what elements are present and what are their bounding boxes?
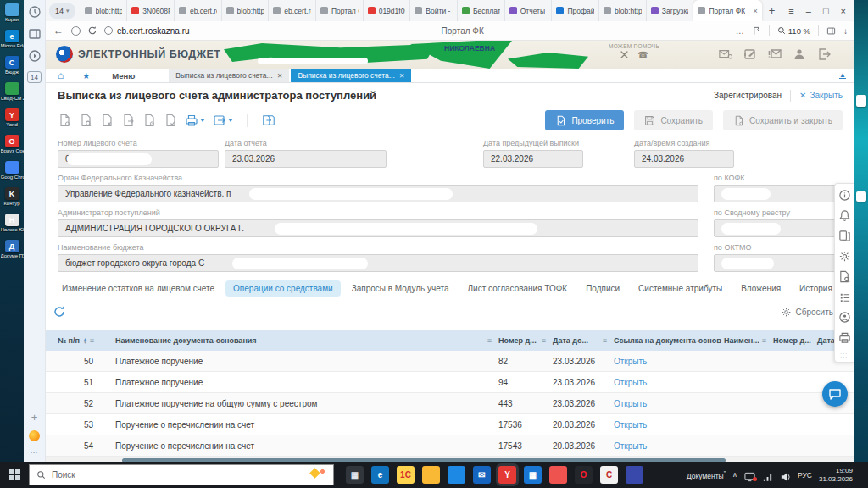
header-action-icon[interactable] bbox=[719, 47, 732, 61]
help-block[interactable]: МОЖЕМ ПОМОЧЬ ☎ bbox=[595, 43, 673, 59]
side-panel-icon[interactable] bbox=[826, 26, 836, 36]
browser-tab[interactable]: Бесплатн bbox=[458, 0, 505, 21]
desktop-shortcut[interactable]: Д Докуме ПУ- bbox=[1, 240, 23, 258]
document-tab-close-icon[interactable]: ✕ bbox=[399, 72, 405, 80]
taskbar-app-icon[interactable]: ▦ bbox=[346, 466, 364, 484]
column-menu-icon[interactable]: ≡ bbox=[760, 336, 766, 345]
refresh-icon[interactable] bbox=[87, 25, 97, 36]
table-row[interactable]: 52 Платежное поручение на общую сумму с … bbox=[46, 393, 854, 414]
browser-tab[interactable]: Портал С bbox=[316, 0, 364, 21]
field-input[interactable]: 22.03.2026 bbox=[483, 150, 583, 168]
desktop-shortcut[interactable]: Н Налого ЮЛ bbox=[1, 214, 23, 232]
column-menu-icon[interactable]: ≡ bbox=[600, 336, 607, 345]
header-action-icon[interactable] bbox=[793, 47, 806, 61]
grid-settings-gear-icon[interactable] bbox=[781, 307, 792, 318]
side-toolbar-icon[interactable] bbox=[838, 209, 851, 222]
side-toolbar-icon[interactable] bbox=[838, 189, 851, 202]
collections-icon[interactable] bbox=[28, 27, 42, 41]
toolbar-icon[interactable] bbox=[213, 114, 226, 127]
side-toolbar-icon[interactable] bbox=[838, 291, 851, 303]
favorites-star-icon[interactable]: ★ bbox=[82, 71, 90, 80]
collapse-header-icon[interactable]: ▲ bbox=[839, 72, 846, 79]
browser-tab[interactable]: 3N0608F bbox=[127, 0, 175, 21]
table-row[interactable]: 53 Поручение о перечислении на счет 1753… bbox=[46, 414, 854, 435]
desktop-shortcut[interactable]: Корзи bbox=[1, 3, 23, 22]
taskbar-app-icon[interactable] bbox=[448, 466, 465, 484]
network-icon[interactable] bbox=[762, 470, 773, 480]
field-input[interactable] bbox=[714, 185, 843, 202]
taskbar-app-icon[interactable]: e bbox=[371, 466, 389, 484]
volume-icon[interactable] bbox=[780, 470, 791, 480]
maximize-button[interactable]: □ bbox=[823, 6, 829, 16]
more-extensions-icon[interactable]: … bbox=[736, 26, 744, 36]
bookmark-icon[interactable] bbox=[752, 26, 761, 36]
field-input[interactable]: бюджет городского округа города С bbox=[58, 254, 698, 272]
check-button[interactable]: Проверить bbox=[545, 110, 624, 130]
browser-tab[interactable]: blob:http bbox=[81, 0, 128, 21]
menu-button[interactable]: Меню bbox=[112, 71, 135, 80]
sidebar-more-icon[interactable]: ⋯ bbox=[31, 448, 39, 457]
field-input[interactable]: АДМИНИСТРАЦИЯ ГОРОДСКОГО ОКРУГА Г. bbox=[58, 219, 698, 237]
document-tab-close-icon[interactable]: ✕ bbox=[277, 72, 283, 80]
taskbar-app-icon[interactable]: O bbox=[575, 466, 593, 484]
play-icon[interactable] bbox=[28, 49, 42, 63]
open-link[interactable]: Открыть bbox=[610, 420, 721, 430]
reset-button[interactable]: Сбросить bbox=[796, 308, 833, 317]
taskbar-clock[interactable]: 19:0931.03.2026 bbox=[819, 467, 854, 484]
tab-count-badge[interactable]: 14 bbox=[27, 71, 42, 83]
side-toolbar-icon[interactable] bbox=[838, 250, 851, 263]
document-tab[interactable]: Выписка из лицевого счета... ✕ bbox=[291, 69, 411, 82]
minimize-button[interactable]: – bbox=[806, 6, 811, 16]
taskbar-app-icon[interactable] bbox=[422, 466, 440, 484]
brand[interactable]: ЭЛЕКТРОННЫЙ БЮДЖЕТ bbox=[56, 46, 221, 63]
history-icon[interactable] bbox=[28, 5, 42, 19]
home-icon[interactable]: ⌂ bbox=[58, 69, 64, 81]
notification-monitor-icon[interactable] bbox=[744, 470, 755, 480]
close-button[interactable]: × bbox=[841, 6, 846, 16]
close-document-button[interactable]: ✕ Закрыть bbox=[799, 91, 843, 100]
field-input[interactable]: Управление Федерального казначейств. п bbox=[58, 185, 698, 202]
section-tab[interactable]: Лист согласования ТОФК bbox=[460, 280, 576, 297]
field-input[interactable]: 23.03.2026 bbox=[225, 150, 387, 168]
open-link[interactable]: Открыть bbox=[610, 357, 721, 366]
section-tab[interactable]: Запросы в Модуль учета bbox=[344, 280, 457, 297]
open-link[interactable]: Открыть bbox=[610, 399, 721, 408]
toolbar-icon[interactable] bbox=[100, 114, 114, 127]
toolbar-icon[interactable] bbox=[79, 114, 92, 127]
toolbar-icon[interactable] bbox=[241, 114, 254, 127]
table-row[interactable]: 50 Платежное поручение 82 23.03.2026 Отк… bbox=[46, 351, 854, 372]
toolbar-icon[interactable] bbox=[121, 114, 135, 127]
toolbar-icon[interactable] bbox=[262, 114, 275, 127]
taskbar-app-icon[interactable]: ▦ bbox=[524, 466, 542, 484]
taskbar-app-icon[interactable] bbox=[549, 466, 567, 484]
browser-tab[interactable]: blob:http bbox=[222, 0, 270, 21]
toolbar-icon[interactable] bbox=[164, 114, 177, 127]
column-menu-icon[interactable]: ≡ bbox=[539, 336, 546, 345]
tray-documents-label[interactable]: Документы” bbox=[687, 470, 726, 480]
side-toolbar-icon[interactable] bbox=[838, 331, 851, 344]
tools-icon[interactable] bbox=[620, 50, 629, 59]
header-action-icon[interactable] bbox=[743, 47, 757, 61]
start-button[interactable] bbox=[0, 462, 29, 488]
header-action-icon[interactable] bbox=[817, 47, 831, 61]
desktop-shortcut[interactable]: Y Yand bbox=[1, 108, 23, 127]
toolbar-icon[interactable] bbox=[185, 114, 198, 127]
copilot-sparkle-icon[interactable] bbox=[311, 469, 325, 479]
support-chat-button[interactable] bbox=[822, 381, 848, 407]
tray-expand-icon[interactable]: ∧ bbox=[732, 471, 737, 479]
desktop-shortcut[interactable]: Goog Chron bbox=[1, 161, 23, 180]
browser-tab[interactable]: Отчеты bbox=[505, 0, 553, 21]
url-field[interactable]: eb.cert.roskazna.ru bbox=[104, 26, 190, 36]
browser-tab[interactable]: 019d1f09 bbox=[364, 0, 411, 21]
taskbar-app-icon[interactable]: C bbox=[600, 466, 618, 484]
sidebar-favorites-icon[interactable] bbox=[29, 430, 40, 441]
refresh-grid-icon[interactable] bbox=[53, 305, 66, 319]
document-tab[interactable]: Выписка из лицевого счета... ✕ bbox=[169, 69, 289, 82]
sidebar-add-icon[interactable]: + bbox=[31, 411, 38, 424]
section-tab[interactable]: Вложения bbox=[733, 280, 788, 297]
taskbar-app-icon[interactable]: 1С bbox=[397, 466, 415, 484]
caret-down-icon[interactable] bbox=[228, 119, 233, 122]
toolbar-icon[interactable] bbox=[58, 114, 71, 127]
open-link[interactable]: Открыть bbox=[610, 378, 721, 387]
tab-close-icon[interactable]: × bbox=[754, 7, 758, 15]
